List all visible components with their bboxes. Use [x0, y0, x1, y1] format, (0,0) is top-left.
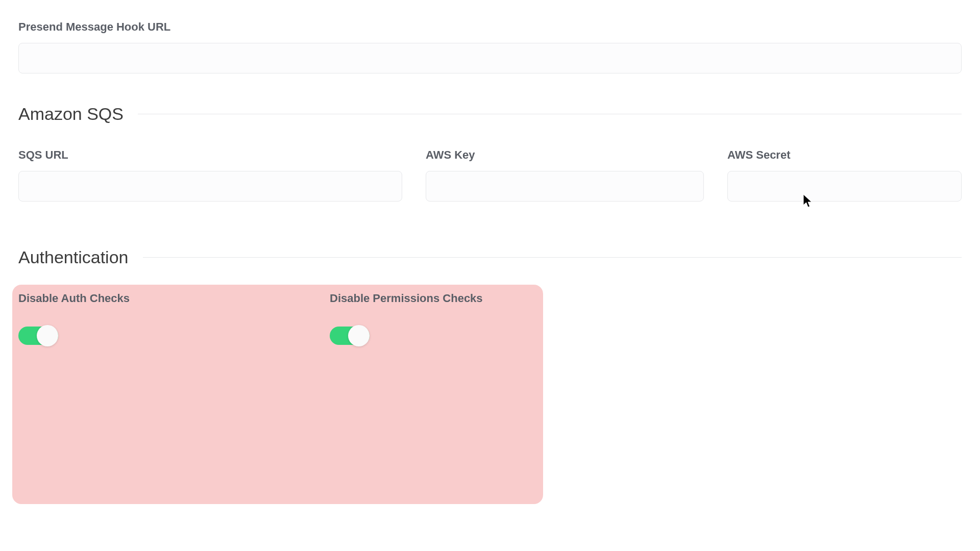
presend-hook-label: Presend Message Hook URL — [18, 20, 962, 34]
disable-perms-toggle[interactable] — [330, 327, 370, 345]
sqs-section-title: Amazon SQS — [18, 104, 124, 124]
aws-key-field: AWS Key — [426, 148, 704, 202]
auth-section-header: Authentication — [18, 247, 962, 267]
sqs-section-header: Amazon SQS — [18, 104, 962, 124]
disable-auth-toggle[interactable] — [18, 327, 58, 345]
disable-auth-label: Disable Auth Checks — [18, 292, 299, 305]
disable-perms-field: Disable Permissions Checks — [330, 292, 610, 347]
auth-toggles-row: Disable Auth Checks Disable Permissions … — [18, 292, 962, 347]
toggle-knob — [348, 325, 370, 346]
presend-hook-field: Presend Message Hook URL — [18, 20, 962, 73]
section-divider — [138, 114, 962, 114]
sqs-url-input[interactable] — [18, 171, 402, 202]
aws-secret-input[interactable] — [727, 171, 962, 202]
presend-hook-input[interactable] — [18, 43, 962, 73]
toggle-knob — [37, 325, 58, 346]
aws-secret-label: AWS Secret — [727, 148, 962, 162]
sqs-url-field: SQS URL — [18, 148, 402, 202]
sqs-fields-row: SQS URL AWS Key AWS Secret — [18, 148, 962, 202]
disable-perms-label: Disable Permissions Checks — [330, 292, 610, 305]
sqs-url-label: SQS URL — [18, 148, 402, 162]
aws-secret-field: AWS Secret — [727, 148, 962, 202]
section-divider — [143, 257, 962, 258]
auth-section-title: Authentication — [18, 247, 129, 267]
aws-key-label: AWS Key — [426, 148, 704, 162]
disable-auth-field: Disable Auth Checks — [18, 292, 299, 347]
aws-key-input[interactable] — [426, 171, 704, 202]
